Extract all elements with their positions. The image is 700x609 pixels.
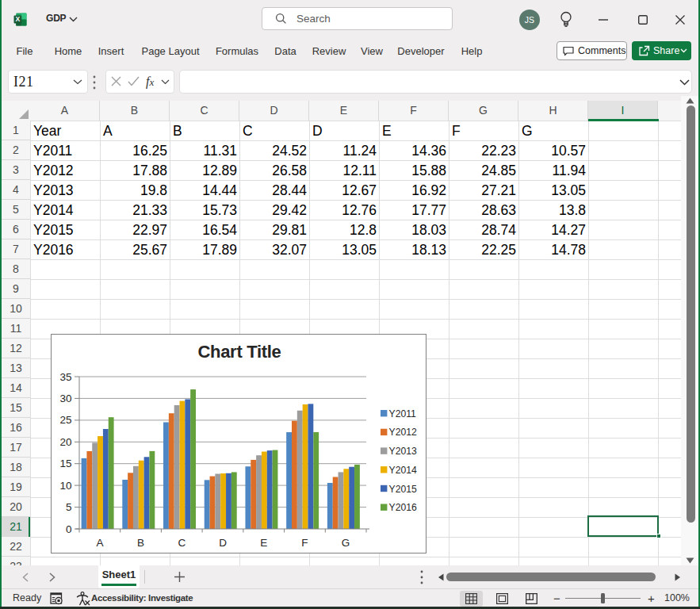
svg-text:B: B — [137, 537, 144, 549]
svg-text:10: 10 — [59, 480, 71, 492]
svg-text:D: D — [219, 537, 227, 549]
svg-text:35: 35 — [59, 371, 71, 383]
svg-text:F: F — [301, 537, 308, 549]
svg-text:Chart Title: Chart Title — [197, 342, 281, 362]
svg-text:Y2014: Y2014 — [389, 465, 417, 476]
svg-text:15: 15 — [59, 458, 71, 469]
svg-text:A: A — [96, 537, 103, 549]
svg-text:0: 0 — [66, 523, 72, 535]
svg-text:30: 30 — [59, 393, 71, 404]
svg-text:20: 20 — [59, 436, 71, 448]
svg-text:E: E — [260, 537, 267, 549]
svg-text:Y2015: Y2015 — [389, 484, 417, 495]
svg-text:Y2016: Y2016 — [389, 502, 417, 513]
svg-text:5: 5 — [66, 501, 72, 513]
svg-text:Y2012: Y2012 — [389, 427, 417, 438]
svg-text:25: 25 — [59, 414, 71, 426]
svg-text:C: C — [178, 537, 186, 549]
svg-text:G: G — [342, 537, 350, 549]
svg-text:Y2011: Y2011 — [389, 408, 417, 419]
svg-text:Y2013: Y2013 — [389, 446, 417, 457]
svg-text:X: X — [16, 15, 21, 23]
